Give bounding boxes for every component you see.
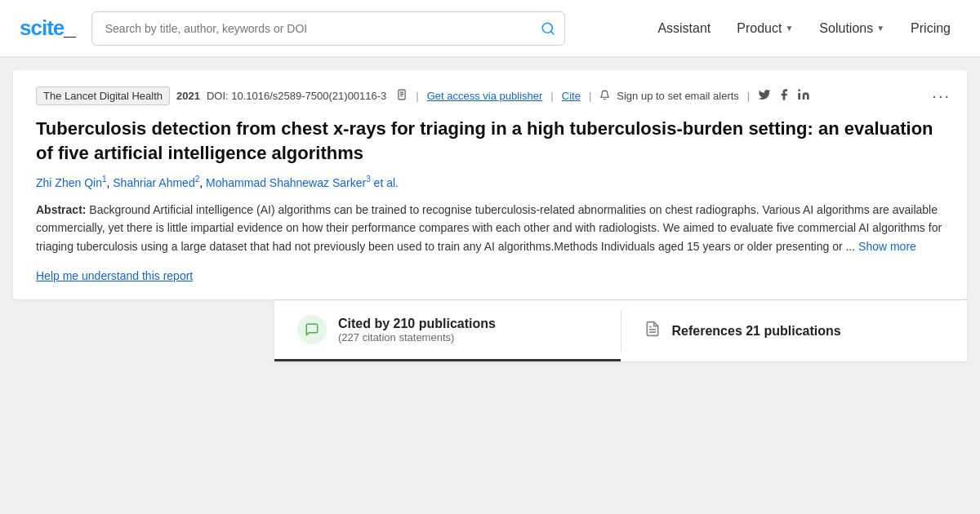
- search-wrapper: [91, 11, 565, 46]
- svg-rect-6: [799, 93, 801, 100]
- twitter-icon[interactable]: [758, 88, 771, 104]
- product-chevron-icon: ▼: [785, 24, 793, 33]
- cited-by-sub: (227 citation statements): [338, 331, 496, 343]
- nav-item-assistant[interactable]: Assistant: [648, 15, 720, 42]
- solutions-chevron-icon: ▼: [876, 24, 884, 33]
- author-3[interactable]: Mohammad Shahnewaz Sarker3: [206, 176, 371, 189]
- help-understand-link[interactable]: Help me understand this report: [36, 269, 193, 282]
- article-doi: DOI: 10.1016/s2589-7500(21)00116-3: [207, 90, 386, 102]
- nav-item-pricing[interactable]: Pricing: [901, 15, 960, 42]
- separator-2: |: [550, 90, 553, 102]
- show-more-link[interactable]: Show more: [858, 240, 916, 253]
- journal-badge: The Lancet Digital Health: [36, 86, 170, 105]
- abstract-text: Abstract: Background Artificial intellig…: [36, 201, 944, 255]
- separator-1: |: [416, 90, 418, 102]
- linkedin-icon[interactable]: [797, 88, 810, 104]
- references-tab[interactable]: References 21 publications: [621, 300, 968, 361]
- citations-spacer: [13, 299, 274, 361]
- author-2[interactable]: Shahriar Ahmed2: [113, 176, 199, 189]
- cited-by-tab[interactable]: Cited by 210 publications (227 citation …: [274, 300, 621, 361]
- references-main: References 21 publications: [672, 324, 841, 339]
- authors-list: Zhi Zhen Qin1, Shahriar Ahmed2, Mohammad…: [36, 175, 944, 189]
- article-card: ··· The Lancet Digital Health 2021 DOI: …: [13, 70, 967, 299]
- alert-label: Sign up to set email alerts: [617, 90, 739, 102]
- nav-item-solutions[interactable]: Solutions ▼: [809, 15, 894, 42]
- citations-tabs: Cited by 210 publications (227 citation …: [274, 299, 967, 361]
- facebook-icon[interactable]: [777, 88, 791, 104]
- references-icon: [644, 321, 661, 341]
- citations-section: Cited by 210 publications (227 citation …: [13, 299, 967, 361]
- cited-by-main: Cited by 210 publications: [338, 317, 496, 331]
- nav-links: Assistant Product ▼ Solutions ▼ Pricing: [648, 15, 960, 42]
- search-input[interactable]: [91, 11, 565, 46]
- et-al-link[interactable]: et al.: [374, 176, 399, 189]
- site-logo[interactable]: scite_: [20, 16, 75, 41]
- main-content: ··· The Lancet Digital Health 2021 DOI: …: [0, 57, 980, 514]
- social-icons: [758, 88, 810, 104]
- svg-point-7: [799, 89, 801, 91]
- article-year: 2021: [176, 90, 200, 102]
- bell-icon: [599, 90, 610, 103]
- separator-3: |: [589, 90, 591, 102]
- cited-by-text: Cited by 210 publications (227 citation …: [338, 317, 496, 343]
- article-meta-row: The Lancet Digital Health 2021 DOI: 10.1…: [36, 86, 944, 105]
- more-options-button[interactable]: ···: [932, 86, 951, 105]
- cite-link[interactable]: Cite: [562, 90, 581, 102]
- cited-by-icon: [297, 315, 327, 344]
- document-icon: [396, 89, 408, 103]
- separator-4: |: [747, 90, 750, 102]
- nav-item-product[interactable]: Product ▼: [727, 15, 803, 42]
- svg-line-1: [550, 31, 553, 33]
- search-icon: [541, 21, 555, 36]
- author-1[interactable]: Zhi Zhen Qin1: [36, 176, 107, 189]
- article-title: Tuberculosis detection from chest x-rays…: [36, 117, 944, 165]
- navbar: scite_ Assistant Product ▼ Solutions ▼ P…: [0, 0, 980, 57]
- access-publisher-link[interactable]: Get access via publisher: [427, 90, 543, 102]
